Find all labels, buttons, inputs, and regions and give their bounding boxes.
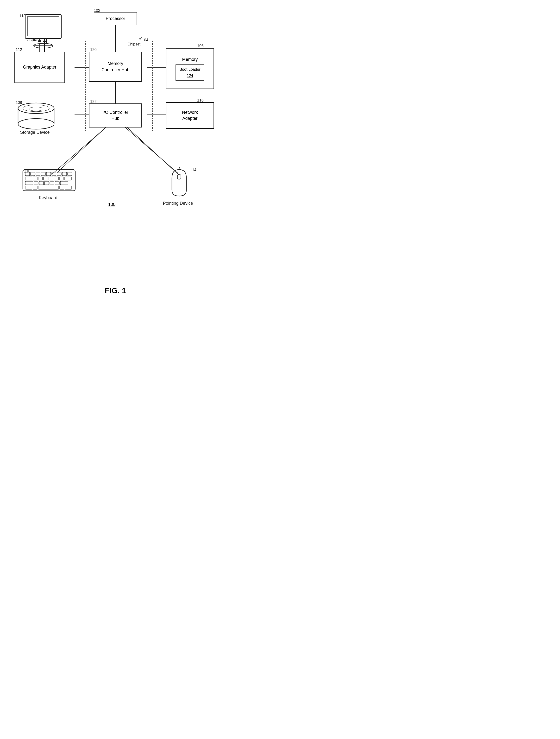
svg-rect-27 [46, 172, 51, 176]
svg-line-8 [123, 125, 178, 173]
svg-rect-13 [40, 38, 46, 44]
svg-point-19 [18, 119, 54, 129]
bootloader-ref: 124 [187, 73, 193, 78]
memory-box: Memory Boot Loader 124 [166, 48, 214, 89]
svg-rect-36 [49, 177, 53, 180]
network-box: Network Adapter [166, 102, 214, 129]
svg-line-7 [56, 125, 108, 173]
svg-rect-50 [60, 186, 64, 189]
svg-rect-28 [52, 172, 56, 176]
svg-rect-49 [38, 186, 59, 189]
processor-ref: 102 [94, 8, 100, 13]
storage-icon [13, 100, 59, 135]
ioch-box: I/O Controller Hub [89, 104, 142, 128]
svg-rect-48 [33, 186, 37, 189]
svg-point-21 [29, 107, 43, 111]
mouse-icon [168, 167, 190, 198]
svg-rect-42 [39, 181, 43, 185]
svg-rect-31 [67, 172, 72, 176]
graphics-box: Graphics Adapter [14, 52, 65, 83]
svg-rect-37 [54, 177, 58, 180]
mch-ref: 120 [90, 48, 97, 52]
svg-rect-46 [60, 181, 68, 185]
mch-label: Memory Controller Hub [102, 60, 129, 72]
svg-rect-29 [57, 172, 61, 176]
svg-rect-12 [28, 16, 59, 36]
graphics-label: Graphics Adapter [23, 64, 56, 70]
svg-rect-45 [55, 181, 59, 185]
keyboard-ref: 110 [24, 169, 30, 173]
processor-box: Processor [94, 12, 137, 25]
chipset-ref: 104 [142, 38, 148, 42]
svg-line-60 [52, 128, 106, 174]
svg-rect-39 [65, 177, 71, 180]
pointing-device-label: Pointing Device [163, 201, 193, 206]
svg-rect-41 [34, 181, 38, 185]
pointing-device-ref: 114 [190, 168, 196, 172]
display-ref: 118 [19, 14, 26, 18]
ioch-label: I/O Controller Hub [103, 110, 128, 122]
svg-point-16 [18, 103, 54, 114]
svg-point-20 [23, 105, 49, 112]
figure-caption: FIG. 1 [0, 286, 231, 295]
bootloader-label: Boot Loader [179, 67, 200, 71]
svg-rect-34 [38, 177, 42, 180]
svg-rect-32 [25, 177, 32, 180]
svg-rect-44 [50, 181, 54, 185]
svg-rect-35 [43, 177, 48, 180]
keyboard-label: Keyboard [39, 195, 57, 200]
diagram: Chipset 104 ↙ Processor 102 Memory Contr… [0, 0, 231, 284]
svg-rect-33 [33, 177, 37, 180]
display-label: Display [25, 37, 39, 42]
svg-rect-51 [65, 186, 72, 189]
system-ref: 100 [108, 202, 116, 207]
svg-rect-40 [25, 181, 33, 185]
svg-rect-24 [30, 172, 35, 176]
svg-rect-30 [62, 172, 66, 176]
network-label: Network Adapter [182, 110, 198, 122]
mch-box: Memory Controller Hub [89, 52, 142, 82]
chipset-label: Chipset [128, 42, 141, 46]
svg-rect-43 [44, 181, 49, 185]
svg-rect-26 [41, 172, 45, 176]
svg-rect-25 [36, 172, 40, 176]
svg-rect-38 [59, 177, 64, 180]
processor-label: Processor [106, 16, 125, 22]
network-ref: 116 [197, 98, 204, 103]
display-icon [23, 13, 64, 50]
svg-rect-11 [25, 14, 61, 38]
memory-ref: 106 [197, 44, 204, 48]
ioch-ref: 122 [90, 100, 97, 104]
storage-label: Storage Device [20, 130, 49, 135]
svg-rect-47 [25, 186, 32, 189]
storage-ref: 108 [16, 101, 22, 105]
memory-label: Memory [182, 56, 198, 62]
graphics-ref: 112 [16, 48, 22, 52]
